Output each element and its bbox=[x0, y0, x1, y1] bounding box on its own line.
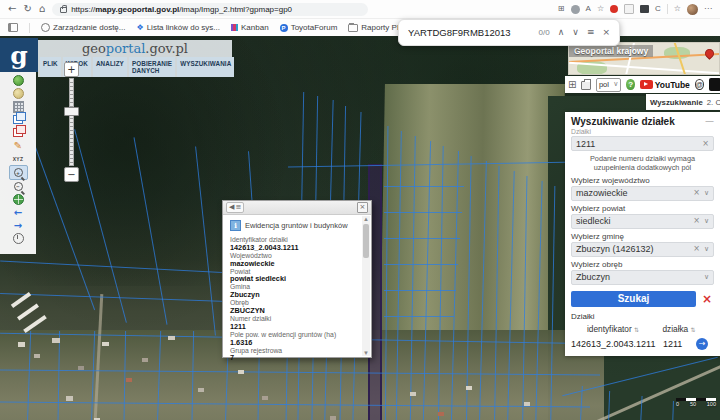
split-screen-icon[interactable]: ⊞ bbox=[558, 5, 565, 13]
bookmark-item[interactable]: Kanban bbox=[231, 23, 269, 32]
refresh-icon[interactable]: ↻ bbox=[23, 4, 31, 14]
clear-input-icon[interactable]: × bbox=[702, 140, 709, 148]
voivodeship-select[interactable]: mazowieckie ×∨ bbox=[571, 186, 714, 201]
read-aloud-icon[interactable]: A bbox=[586, 5, 591, 13]
previous-view-icon[interactable]: ← bbox=[10, 206, 27, 219]
zoom-in-icon[interactable]: + bbox=[9, 165, 28, 180]
building bbox=[410, 392, 416, 396]
search-parcels-panel: Wyszukiwanie działek — Działki 1211 × Po… bbox=[565, 112, 720, 356]
zoom-minus-button[interactable]: − bbox=[64, 167, 79, 182]
bookmark-item[interactable]: Raporty PBI bbox=[348, 23, 404, 32]
copy-view-red-icon[interactable] bbox=[10, 126, 27, 139]
marker-tan-icon[interactable] bbox=[10, 87, 27, 100]
column-dzialka[interactable]: działka ⇅ bbox=[655, 324, 703, 334]
parcel-number-input[interactable]: 1211 × bbox=[571, 136, 714, 151]
extension-red-icon[interactable] bbox=[610, 5, 618, 13]
map-scale-bar: 0 50 100 bbox=[676, 398, 716, 407]
parcel-info-popup: ◀≡ × i Ewidencja gruntów i budynków Iden… bbox=[222, 200, 372, 358]
extension-dark-icon[interactable] bbox=[640, 5, 649, 13]
menu-wyszukiwania[interactable]: WYSZUKIWANIA bbox=[177, 57, 234, 77]
youtube-button[interactable]: YouTube bbox=[640, 80, 690, 90]
find-next-icon[interactable]: ∨ bbox=[572, 28, 579, 37]
search-button[interactable]: Szukaj bbox=[571, 291, 696, 307]
sort-icon[interactable]: ⇅ bbox=[634, 326, 639, 333]
geoportal-logo[interactable]: g bbox=[0, 38, 38, 72]
next-view-icon[interactable]: → bbox=[10, 219, 27, 232]
tab-next-partial[interactable]: 2. C bbox=[707, 98, 720, 107]
clear-icon[interactable]: × bbox=[693, 245, 700, 253]
divider bbox=[29, 23, 30, 33]
bookmark-item[interactable]: PToyotaForum bbox=[280, 23, 338, 32]
print-icon[interactable] bbox=[581, 81, 591, 90]
collections-icon[interactable]: C bbox=[655, 5, 661, 13]
sidebar-toggle-icon[interactable] bbox=[8, 23, 18, 32]
compass-icon[interactable] bbox=[10, 232, 27, 245]
building bbox=[102, 342, 109, 346]
hint-text: Podanie numeru działki wymaga uzupełnien… bbox=[573, 154, 712, 173]
popup-scrollbar[interactable]: ▲ ▼ bbox=[362, 216, 370, 356]
popup-body: i Ewidencja gruntów i budynków Identyfik… bbox=[223, 215, 371, 366]
building bbox=[126, 378, 132, 382]
dark-mode-button[interactable] bbox=[709, 78, 720, 91]
scroll-down-icon[interactable]: ▼ bbox=[363, 350, 369, 356]
precinct-select[interactable]: Zbuczyn ∨ bbox=[571, 270, 714, 285]
bookmark-item[interactable]: Zarządzanie dostę... bbox=[41, 23, 125, 32]
extension-circle-icon[interactable] bbox=[571, 5, 580, 14]
menu-pobieranie-danych[interactable]: POBIERANIE DANYCH bbox=[129, 57, 175, 77]
find-options-icon[interactable]: ≡ bbox=[587, 28, 595, 37]
find-close-icon[interactable]: × bbox=[602, 28, 610, 37]
profile-avatar[interactable] bbox=[687, 4, 698, 15]
find-count: 0/0 bbox=[539, 28, 550, 37]
clear-search-icon[interactable]: × bbox=[702, 293, 714, 305]
voivodeship-label: Wybierz województwo bbox=[571, 176, 714, 185]
extension-grey-icon[interactable] bbox=[624, 4, 634, 14]
bookmark-item[interactable]: ❖Lista linków do sys... bbox=[136, 23, 220, 32]
commune-select[interactable]: Zbuczyn (1426132) ×∨ bbox=[571, 242, 714, 257]
zoom-slider-handle[interactable] bbox=[64, 107, 79, 116]
menu-analizy[interactable]: ANALIZY bbox=[93, 57, 127, 77]
field-value: 7 bbox=[230, 354, 361, 362]
popup-close-icon[interactable]: × bbox=[357, 202, 368, 213]
more-menu-icon[interactable]: ⋯ bbox=[704, 5, 712, 13]
clear-icon[interactable]: × bbox=[693, 217, 700, 225]
clear-icon[interactable]: × bbox=[693, 189, 700, 197]
zoom-plus-button[interactable]: + bbox=[64, 62, 79, 77]
chevron-down-icon[interactable]: ∨ bbox=[704, 218, 709, 225]
address-bar[interactable]: https://mapy.geoportal.gov.pl/imap/Imgp_… bbox=[52, 3, 368, 16]
menu-plik[interactable]: PLIK bbox=[40, 57, 61, 77]
language-select[interactable]: pol∨ bbox=[596, 78, 622, 92]
result-row[interactable]: 142613_2.0043.1211 1211 → bbox=[571, 338, 714, 350]
sort-icon[interactable]: ⇅ bbox=[691, 326, 696, 333]
layout-grid-icon[interactable]: ⊞ bbox=[568, 80, 576, 90]
globe-full-extent-icon[interactable] bbox=[10, 193, 27, 206]
bookmark-icon bbox=[41, 23, 50, 32]
favorites-bar-icon[interactable]: ☆ bbox=[674, 5, 681, 13]
scroll-up-icon[interactable]: ▲ bbox=[363, 216, 369, 222]
scroll-thumb[interactable] bbox=[363, 224, 369, 258]
column-identyfikator[interactable]: identyfikator ⇅ bbox=[571, 324, 655, 334]
help-icon[interactable]: ? bbox=[626, 79, 634, 90]
panel-minimize-icon[interactable]: — bbox=[705, 117, 714, 126]
popup-back-icon[interactable]: ◀≡ bbox=[226, 202, 244, 213]
draw-pencil-icon[interactable]: ✎ bbox=[10, 139, 27, 152]
commune-label: Wybierz gminę bbox=[571, 232, 714, 241]
favorite-star-icon[interactable]: ☆ bbox=[597, 5, 604, 13]
zoom-out-icon[interactable]: − bbox=[10, 180, 27, 193]
chevron-down-icon[interactable]: ∨ bbox=[704, 190, 709, 197]
county-select[interactable]: siedlecki ×∨ bbox=[571, 214, 714, 229]
scale-label: 50 bbox=[690, 401, 696, 407]
contact-at-icon[interactable]: @ bbox=[695, 79, 704, 90]
find-query[interactable]: YARTDG8F9RMB12013 bbox=[408, 27, 531, 38]
xyz-coordinates-icon[interactable]: XYZ bbox=[10, 152, 27, 165]
zoom-slider-track[interactable] bbox=[69, 78, 74, 166]
home-icon[interactable]: ⌂ bbox=[39, 4, 45, 14]
overview-minimap[interactable]: Geoportal krajowy bbox=[568, 42, 720, 75]
back-icon[interactable]: ← bbox=[8, 4, 16, 14]
zoom-to-parcel-button[interactable]: → bbox=[696, 338, 708, 350]
chevron-down-icon[interactable]: ∨ bbox=[704, 274, 709, 281]
marker-green-icon[interactable] bbox=[10, 74, 27, 87]
chevron-down-icon[interactable]: ∨ bbox=[704, 246, 709, 253]
find-previous-icon[interactable]: ∧ bbox=[558, 28, 565, 37]
building bbox=[78, 366, 84, 370]
tab-wyszukiwanie[interactable]: Wyszukiwanie bbox=[646, 98, 707, 107]
